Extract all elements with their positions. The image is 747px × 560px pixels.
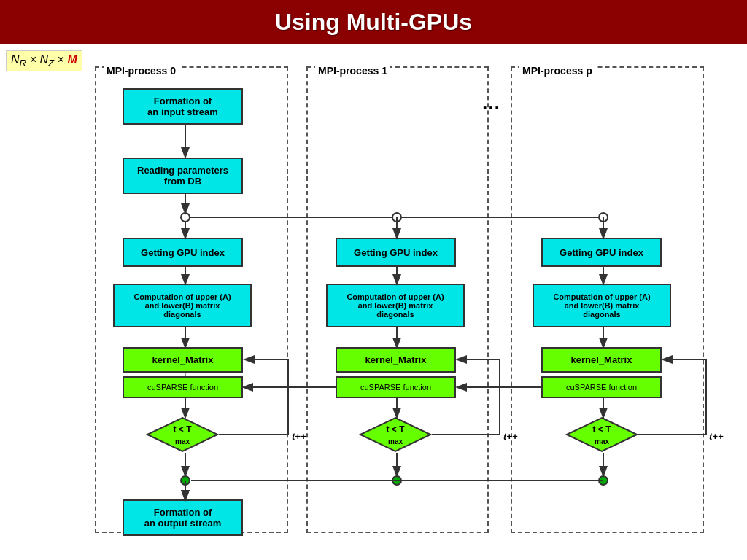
circle-connector-pp — [598, 212, 608, 222]
cusparse-p1: cuSPARSE function — [336, 376, 456, 398]
circle-connector-p0 — [180, 212, 190, 222]
svg-text:t < T: t < T — [592, 424, 611, 435]
kernel-matrix-p0: kernel_Matrix — [123, 347, 243, 373]
svg-text:max: max — [595, 438, 609, 446]
svg-marker-6 — [567, 418, 637, 451]
t-plus-plus-p1: t++ — [503, 431, 518, 442]
svg-text:max: max — [175, 438, 190, 446]
cusparse-p0: cuSPARSE function — [123, 376, 243, 398]
mpi-process-p-label: MPI-process p — [519, 65, 595, 77]
svg-text:max: max — [388, 438, 403, 446]
t-plus-plus-p0: t++ — [292, 431, 306, 442]
getting-gpu-pp: Getting GPU index — [541, 238, 662, 267]
computation-p1: Computation of upper (A) and lower(B) ma… — [326, 284, 465, 327]
diamond-pp: t < T max — [565, 416, 638, 453]
formation-input-box: Formation of an input stream — [123, 88, 243, 125]
kernel-matrix-p1: kernel_Matrix — [336, 347, 456, 373]
svg-marker-0 — [147, 418, 217, 451]
mpi-process-1-label: MPI-process 1 — [315, 65, 390, 77]
diamond-p0: t < T max — [146, 416, 219, 453]
reading-params-box: Reading parameters from DB — [123, 158, 243, 194]
computation-pp: Computation of upper (A) and lower(B) ma… — [533, 284, 671, 327]
svg-text:t < T: t < T — [386, 424, 405, 435]
computation-p0: Computation of upper (A) and lower(B) ma… — [113, 284, 252, 327]
cusparse-pp: cuSPARSE function — [541, 376, 662, 398]
kernel-matrix-pp: kernel_Matrix — [541, 347, 662, 373]
circle-filled-p0 — [180, 475, 190, 486]
diamond-p1: t < T max — [359, 416, 432, 453]
circle-filled-pp — [598, 475, 608, 486]
dots: … — [481, 92, 503, 114]
svg-marker-3 — [360, 418, 430, 451]
circle-connector-p1 — [392, 212, 402, 222]
t-plus-plus-pp: t++ — [709, 431, 724, 442]
getting-gpu-p1: Getting GPU index — [336, 238, 456, 267]
svg-text:t < T: t < T — [173, 424, 192, 435]
formation-output-box: Formation of an output stream — [123, 499, 243, 536]
circle-filled-p1 — [392, 475, 402, 486]
mpi-process-0-label: MPI-process 0 — [104, 65, 179, 77]
getting-gpu-p0: Getting GPU index — [123, 238, 243, 267]
formula: NR × NZ × M — [6, 50, 82, 71]
main-area: NR × NZ × M MPI-process 0 MPI-process 1 … — [0, 44, 747, 555]
title-text: Using Multi-GPUs — [275, 9, 472, 35]
title-bar: Using Multi-GPUs — [0, 0, 747, 44]
